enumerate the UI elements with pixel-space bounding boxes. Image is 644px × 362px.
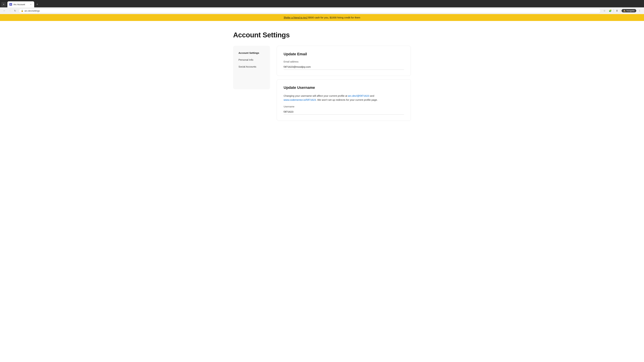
security-icon: 🔒 <box>21 9 24 12</box>
referral-link[interactable]: [Refer a friend to Arc] <box>284 16 308 19</box>
referral-banner: [Refer a friend to Arc] $500 cash for yo… <box>0 14 644 21</box>
bookmark-button[interactable]: ☆ <box>602 8 607 13</box>
sidebar: Account Settings Personal Info Social Ac… <box>233 46 270 89</box>
arc-profile-link[interactable]: arc.dev/@f3f71623 <box>348 94 369 97</box>
active-tab[interactable]: A Arc Account × <box>8 1 34 7</box>
url-text: arc.dev/settings <box>24 9 40 12</box>
tab-switcher-button[interactable]: ▾ <box>1 2 6 7</box>
tab-bar: ▾ A Arc Account × + <box>0 0 644 7</box>
incognito-label: Incognito <box>626 9 634 12</box>
banner-text: $500 cash for you, $1000 hiring credit f… <box>308 16 360 19</box>
email-input[interactable] <box>284 64 404 70</box>
username-description: Changing your username will affect your … <box>284 94 404 102</box>
new-tab-button[interactable]: + <box>35 2 40 7</box>
browser-chrome: ▾ A Arc Account × + ← → ↻ 🔒 arc.dev/sett… <box>0 0 644 14</box>
forward-button[interactable]: → <box>8 8 12 13</box>
divider-2 <box>620 9 620 12</box>
username-label: Username <box>284 105 404 108</box>
tab-favicon: A <box>10 3 12 6</box>
download-button[interactable]: ⬇ <box>615 8 619 13</box>
page-content: [Refer a friend to Arc] $500 cash for yo… <box>0 14 644 128</box>
sidebar-item-personal-info[interactable]: Personal Info <box>236 57 267 63</box>
back-button[interactable]: ← <box>2 8 7 13</box>
username-input[interactable] <box>284 109 404 115</box>
description-after: . We won't set up redirects for your cur… <box>316 98 378 101</box>
tab-title: Arc Account <box>14 3 28 6</box>
more-options-button[interactable]: ⋮ <box>637 8 642 13</box>
update-username-title: Update Username <box>284 85 404 90</box>
main-area: Update Email Email address Update Userna… <box>277 46 411 121</box>
page-title: Account Settings <box>233 31 411 39</box>
sidebar-item-social-accounts[interactable]: Social Accounts <box>236 63 267 70</box>
main-container: Account Settings Account Settings Person… <box>230 21 414 128</box>
codementor-link[interactable]: www.codementor.io/f3f71623 <box>284 98 316 101</box>
description-before: Changing your username will affect your … <box>284 94 348 97</box>
extensions-button[interactable]: 🧩 <box>608 8 612 13</box>
description-middle: and <box>369 94 374 97</box>
update-email-title: Update Email <box>284 52 404 56</box>
divider <box>614 9 614 12</box>
tab-close-button[interactable]: × <box>30 3 32 6</box>
username-form-group: Username <box>284 105 404 115</box>
sidebar-item-account-settings[interactable]: Account Settings <box>236 50 267 56</box>
incognito-icon: 🕵 <box>623 9 626 12</box>
incognito-badge: 🕵 Incognito <box>622 9 636 12</box>
email-form-group: Email address <box>284 60 404 70</box>
address-bar[interactable]: 🔒 arc.dev/settings <box>19 8 601 13</box>
browser-actions: ☆ 🧩 ⬇ 🕵 Incognito ⋮ <box>602 8 642 13</box>
layout: Account Settings Personal Info Social Ac… <box>233 46 411 121</box>
browser-controls: ← → ↻ 🔒 arc.dev/settings ☆ 🧩 ⬇ 🕵 Incogni… <box>0 7 644 14</box>
nav-buttons: ← → ↻ <box>2 8 18 13</box>
update-username-card: Update Username Changing your username w… <box>277 79 411 121</box>
sidebar-nav: Account Settings Personal Info Social Ac… <box>236 50 267 70</box>
reload-button[interactable]: ↻ <box>13 8 18 13</box>
update-email-card: Update Email Email address <box>277 46 411 76</box>
email-label: Email address <box>284 60 404 63</box>
